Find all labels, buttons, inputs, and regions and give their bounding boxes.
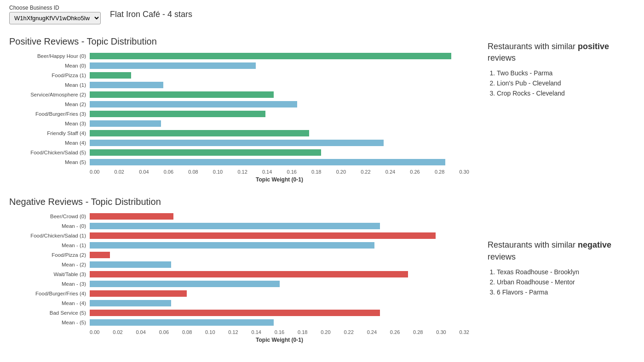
bar-green [90,149,321,156]
chart-row: Service/Atmosphere (2) [9,90,469,99]
chart-row: Mean - (3) [9,279,469,288]
chart-row: Food/Burger/Fries (4) [9,289,469,298]
bar-red [90,290,187,297]
chart-row: Food/Pizza (1) [9,71,469,80]
bar-area [90,62,469,69]
row-label: Mean - (2) [9,262,90,267]
bar-green [90,111,265,117]
chart-row: Wait/Table (3) [9,270,469,279]
x-tick: 0.10 [213,169,223,175]
x-tick: 0.26 [390,329,400,335]
business-id-select[interactable]: W1hXfgnugKfVV1wDhko5lw [9,12,101,24]
x-tick: 0.16 [275,329,284,335]
x-tick: 0.24 [385,169,395,175]
bar-area [90,261,469,268]
bar-area [90,309,469,317]
x-tick: 0.12 [228,329,238,335]
chart-row: Mean - (4) [9,299,469,308]
chart-row: Mean (2) [9,100,469,109]
positive-similar-title: Restaurants with similar positive review… [488,41,635,64]
row-label: Food/Burger/Fries (4) [9,291,90,296]
row-label: Mean (3) [9,121,90,126]
bar-blue [90,300,171,306]
business-title: Flat Iron Café - 4 stars [110,10,192,19]
negative-x-axis: 0.000.020.040.060.080.100.120.140.160.18… [90,329,469,335]
row-label: Mean (5) [9,159,90,165]
negative-chart-title: Negative Reviews - Topic Distribution [9,197,469,207]
bar-blue [90,140,384,146]
bar-blue [90,319,274,326]
positive-similar-list: Two Bucks - ParmaLion's Pub - ClevelandC… [488,69,635,97]
row-label: Mean - (1) [9,243,90,248]
similar-list-item: Lion's Pub - Cleveland [497,79,635,87]
chart-row: Mean - (2) [9,260,469,269]
x-tick: 0.04 [136,329,145,335]
x-tick: 0.20 [336,169,346,175]
top-bar: Choose Business ID W1hXfgnugKfVV1wDhko5l… [9,5,635,24]
similar-list-item: Crop Rocks - Cleveland [497,90,635,97]
positive-x-axis-title: Topic Weight (0-1) [90,176,469,183]
bar-red [90,252,110,258]
positive-similar-block: Restaurants with similar positive review… [488,41,635,97]
similar-list-item: Two Bucks - Parma [497,69,635,77]
dropdown-group: Choose Business ID W1hXfgnugKfVV1wDhko5l… [9,5,101,24]
bar-red [90,232,436,239]
bar-area [90,72,469,79]
bar-area [90,271,469,278]
row-label: Wait/Table (3) [9,272,90,277]
chart-row: Mean - (5) [9,318,469,327]
row-label: Food/Pizza (2) [9,252,90,258]
chart-row: Food/Pizza (2) [9,250,469,260]
bar-area [90,110,469,118]
row-label: Beer/Crowd (0) [9,214,90,219]
x-tick: 0.20 [321,329,330,335]
row-label: Beer/Happy Hour (0) [9,53,90,59]
positive-chart-wrapper: Beer/Happy Hour (0)Mean (0)Food/Pizza (1… [9,51,469,167]
row-label: Mean (1) [9,82,90,88]
bar-blue [90,120,161,127]
bar-area [90,158,469,166]
similar-list-item: Texas Roadhouse - Brooklyn [497,268,635,276]
bar-green [90,130,309,136]
similar-list-item: Urban Roadhouse - Mentor [497,278,635,286]
bar-blue [90,82,163,88]
bar-area [90,130,469,137]
x-tick: 0.28 [413,329,423,335]
row-label: Mean (2) [9,102,90,107]
bar-green [90,53,451,59]
x-tick: 0.12 [237,169,247,175]
chart-row: Beer/Crowd (0) [9,212,469,221]
x-tick: 0.32 [460,329,469,335]
row-label: Mean - (4) [9,300,90,306]
x-tick: 0.14 [252,329,261,335]
sidebar-column: Restaurants with similar positive review… [469,32,635,357]
negative-similar-title: Restaurants with similar negative review… [488,239,635,262]
bar-red [90,271,408,277]
row-label: Mean - (5) [9,320,90,325]
bar-area [90,120,469,127]
bar-green [90,91,274,98]
bar-area [90,52,469,60]
bar-blue [90,159,445,165]
negative-chart-wrapper: Beer/Crowd (0)Mean - (0)Food/Chicken/Sal… [9,212,469,328]
negative-chart: Negative Reviews - Topic Distribution Be… [9,197,469,343]
dropdown-label: Choose Business ID [9,5,101,11]
row-label: Food/Chicken/Salad (1) [9,233,90,238]
chart-row: Mean (4) [9,138,469,147]
x-tick: 0.14 [262,169,272,175]
x-tick: 0.22 [344,329,353,335]
x-tick: 0.10 [205,329,215,335]
negative-similar-block: Restaurants with similar negative review… [488,239,635,295]
bar-red [90,310,380,316]
positive-chart: Positive Reviews - Topic Distribution Be… [9,36,469,183]
negative-similar-list: Texas Roadhouse - BrooklynUrban Roadhous… [488,268,635,296]
chart-row: Mean (3) [9,119,469,128]
bar-blue [90,242,374,249]
x-tick: 0.26 [410,169,420,175]
x-tick: 0.28 [435,169,444,175]
x-tick: 0.22 [361,169,370,175]
chart-row: Bad Service (5) [9,308,469,317]
bar-area [90,91,469,98]
chart-row: Food/Chicken/Salad (1) [9,231,469,240]
x-tick: 0.18 [298,329,307,335]
